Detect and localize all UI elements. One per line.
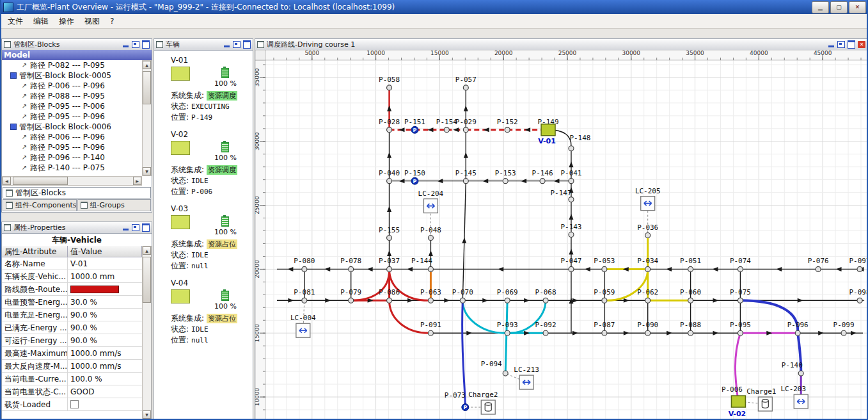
property-value[interactable]: 90.0 %	[68, 321, 142, 334]
tab-components[interactable]: 组件-Components	[3, 199, 77, 211]
path-icon: ↗	[21, 154, 28, 161]
map-background	[265, 60, 867, 419]
tree-path-row[interactable]: ↗路径 P-140 --- P-075	[2, 163, 142, 173]
loaded-checkbox[interactable]	[70, 400, 79, 408]
minimize-icon[interactable]	[828, 42, 835, 48]
float-icon[interactable]	[837, 41, 845, 48]
property-row[interactable]: 路线颜色-Route...	[2, 283, 142, 296]
vehicle-card-v-04[interactable]: V-04100 %系统集成:资源占位状态:IDLE位置:null	[154, 273, 253, 347]
properties-vertical-scrollbar[interactable]	[142, 246, 152, 419]
tree-root-model[interactable]: Model	[2, 50, 152, 60]
tree-path-row[interactable]: ↗路径 P-095 --- P-096	[2, 142, 142, 152]
integration-label: 系统集成:	[171, 90, 204, 101]
map-vehicle-v-02[interactable]: V-02	[729, 396, 746, 418]
tree-path-row[interactable]: ↗路径 P-096 --- P-140	[2, 152, 142, 163]
minimize-icon[interactable]	[223, 42, 230, 48]
tree-block-row[interactable]: 管制区-Block Block-0005	[2, 70, 142, 81]
tree-path-row[interactable]: ↗路径 P-088 --- P-095	[2, 91, 142, 101]
ruler-label: 5000	[304, 50, 319, 56]
scroll-down-icon[interactable]	[143, 167, 151, 175]
tree-horizontal-scrollbar[interactable]	[2, 176, 142, 186]
menu-item-3[interactable]: 视图	[79, 14, 105, 29]
path-icon: ↗	[21, 62, 28, 69]
property-value[interactable]: 1000.0 mm/s	[68, 347, 142, 359]
minimize-icon[interactable]	[122, 225, 129, 231]
scrollbar-thumb[interactable]	[143, 71, 151, 104]
property-value[interactable]: 90.0 %	[68, 334, 142, 346]
panel-icon	[4, 41, 11, 48]
vehicle-label: V-01	[538, 137, 556, 145]
tree-block-row[interactable]: 管制区-Block Block-0006	[2, 122, 142, 132]
property-row[interactable]: 可运行-Energy ...90.0 %	[2, 334, 142, 347]
vehicle-card-v-03[interactable]: V-03100 %系统集成:资源占位状态:IDLE位置:null	[154, 198, 253, 273]
vehicle-card-v-02[interactable]: V-02100 %系统集成:资源调度状态:IDLE位置:P-006	[154, 124, 253, 198]
property-row[interactable]: 当前电量-Curre...100.0 %	[2, 373, 142, 385]
tree-path-row[interactable]: ↗路径 P-095 --- P-006	[2, 101, 142, 111]
maximize-icon[interactable]	[848, 40, 855, 49]
maximize-icon[interactable]	[142, 40, 150, 49]
property-value[interactable]	[68, 398, 142, 410]
scroll-right-icon[interactable]	[133, 177, 141, 185]
tree-path-row[interactable]: ↗路径 P-095 --- P-096	[2, 111, 142, 122]
property-value[interactable]: 30.0 %	[68, 296, 142, 308]
map-label: P-155	[379, 226, 400, 234]
scroll-up-icon[interactable]	[143, 61, 151, 69]
integration-label: 系统集成:	[171, 313, 204, 324]
property-row[interactable]: 电量预警-Energ...30.0 %	[2, 296, 142, 309]
maximize-icon[interactable]	[142, 223, 150, 232]
scroll-down-icon[interactable]	[143, 410, 151, 419]
map-label: Charge2	[468, 391, 498, 399]
property-attribute: 车辆长度-Vehic...	[2, 270, 68, 282]
menu-item-4[interactable]: ?	[105, 15, 119, 28]
property-value[interactable]: V-01	[68, 257, 142, 270]
property-value[interactable]: 90.0 %	[68, 309, 142, 321]
position-label: 位置:	[171, 261, 189, 271]
map-label: P-151	[404, 118, 425, 126]
property-row[interactable]: 车辆长度-Vehic...1000.0 mm	[2, 270, 142, 283]
property-value[interactable]: 1000.0 mm/s	[68, 360, 142, 372]
tree-path-row[interactable]: ↗路径 P-006 --- P-096	[2, 81, 142, 91]
property-row[interactable]: 电量充足-Energ...90.0 %	[2, 309, 142, 321]
maximize-icon[interactable]	[243, 40, 251, 49]
property-value[interactable]: 100.0 %	[68, 373, 142, 385]
close-icon[interactable]: ✕	[858, 41, 865, 48]
map-vehicle-v-01[interactable]: V-01	[538, 124, 556, 145]
float-icon[interactable]	[132, 224, 139, 231]
tree-item-label: 路径 P-006 --- P-096	[30, 81, 105, 92]
map-label: P-143	[560, 223, 581, 231]
tree-path-row[interactable]: ↗路径 P-082 --- P-095	[2, 60, 142, 70]
property-row[interactable]: 最大反向速度-M...1000.0 mm/s	[2, 360, 142, 373]
property-row[interactable]: 名称-NameV-01	[2, 257, 142, 270]
window-maximize-button[interactable]: ▢	[830, 1, 848, 13]
scroll-left-icon[interactable]	[3, 177, 11, 185]
position-value: P-006	[191, 188, 212, 196]
map-label: P-069	[497, 288, 518, 296]
window-close-button[interactable]: ✕	[849, 1, 866, 13]
property-row[interactable]: 当前电量状态-C...GOOD	[2, 385, 142, 398]
battery-icon	[221, 291, 229, 301]
tree-path-row[interactable]: ↗路径 P-006 --- P-096	[2, 132, 142, 142]
tree-vertical-scrollbar[interactable]	[142, 60, 152, 176]
menu-item-0[interactable]: 文件	[3, 14, 28, 29]
tab-blocks-active[interactable]: 管制区-Blocks	[3, 187, 151, 198]
driving-course-canvas[interactable]: LC-204LC-205LC-004LC-213LC-203Charge2Cha…	[255, 50, 867, 419]
float-icon[interactable]	[233, 41, 241, 48]
property-row[interactable]: 已满充-Energy ...90.0 %	[2, 321, 142, 334]
property-value[interactable]: GOOD	[68, 385, 142, 398]
menu-item-1[interactable]: 编辑	[28, 14, 54, 29]
scrollbar-thumb[interactable]	[13, 177, 68, 185]
menu-bar: 文件编辑操作视图?	[0, 14, 868, 29]
scrollbar-thumb[interactable]	[143, 257, 151, 303]
window-minimize-button[interactable]: ▁	[812, 1, 829, 13]
property-row[interactable]: 载货-Loaded	[2, 398, 142, 411]
scroll-up-icon[interactable]	[143, 246, 151, 255]
panel-icon	[257, 41, 264, 48]
property-value[interactable]	[68, 283, 142, 295]
property-value[interactable]: 1000.0 mm	[68, 270, 142, 282]
menu-item-2[interactable]: 操作	[54, 14, 79, 29]
float-icon[interactable]	[132, 41, 139, 48]
property-row[interactable]: 最高速-Maximum...1000.0 mm/s	[2, 347, 142, 360]
minimize-icon[interactable]	[122, 42, 129, 48]
vehicle-card-v-01[interactable]: V-01100 %系统集成:资源调度状态:EXECUTING位置:P-149	[154, 50, 253, 124]
tab-groups[interactable]: 组-Groups	[77, 199, 152, 211]
